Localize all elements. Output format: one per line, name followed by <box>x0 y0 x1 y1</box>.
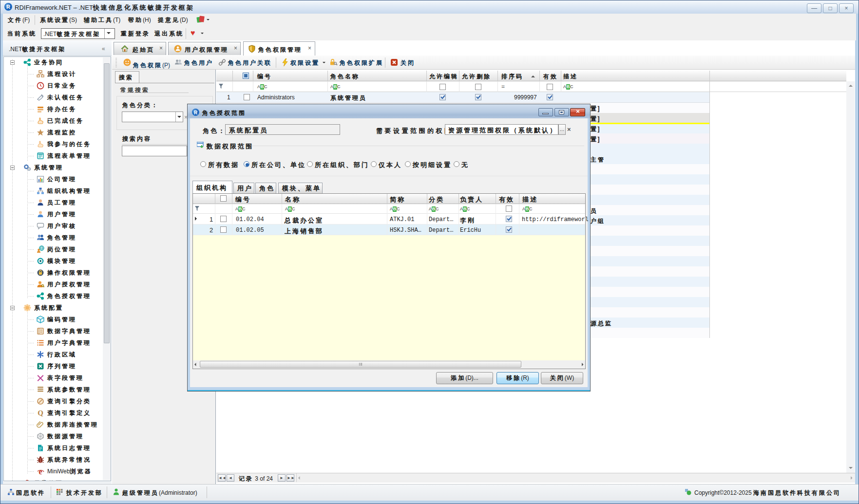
svg-text:Q: Q <box>38 409 43 417</box>
svg-text:R: R <box>194 110 198 115</box>
svg-text:R: R <box>6 4 10 10</box>
svg-text:e: e <box>38 467 42 475</box>
